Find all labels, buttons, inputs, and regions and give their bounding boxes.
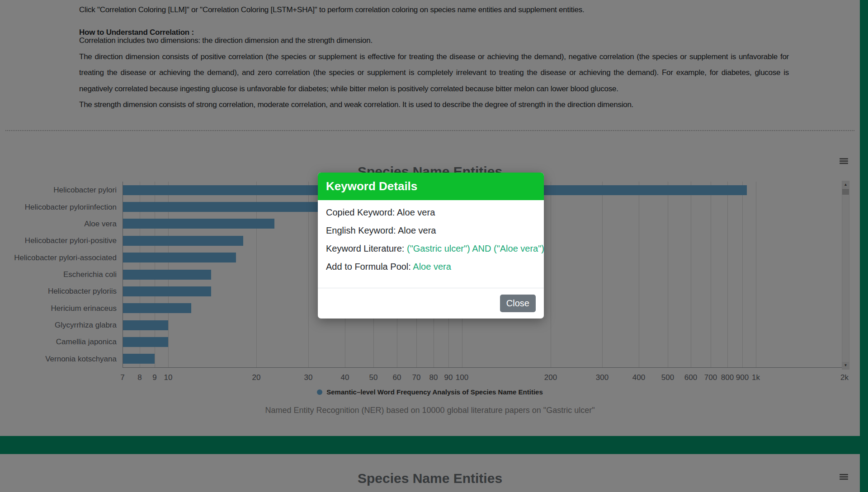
modal-body: Copied Keyword: Aloe vera English Keywor… <box>318 200 544 288</box>
copied-keyword-value: Aloe vera <box>397 207 435 217</box>
close-button[interactable]: Close <box>500 295 536 312</box>
english-keyword-row: English Keyword: Aloe vera <box>326 225 536 236</box>
keyword-literature-row: Keyword Literature: ("Gastric ulcer") AN… <box>326 243 536 254</box>
modal-footer: Close <box>318 288 544 319</box>
modal-header: Keyword Details <box>318 173 544 200</box>
english-keyword-value: Aloe vera <box>398 225 436 235</box>
modal-title: Keyword Details <box>318 173 544 200</box>
keyword-literature-label: Keyword Literature: <box>326 244 407 253</box>
english-keyword-label: English Keyword: <box>326 225 398 235</box>
keyword-literature-link[interactable]: ("Gastric ulcer") AND ("Aloe vera") <box>407 244 544 253</box>
page: Click "Correlation Coloring [LLM]" or "C… <box>0 0 868 492</box>
copied-keyword-label: Copied Keyword: <box>326 207 397 217</box>
formula-pool-link[interactable]: Aloe vera <box>413 262 451 272</box>
copied-keyword-row: Copied Keyword: Aloe vera <box>326 206 536 218</box>
formula-pool-label: Add to Formula Pool: <box>326 262 413 272</box>
keyword-details-modal: Keyword Details Copied Keyword: Aloe ver… <box>318 173 544 319</box>
formula-pool-row: Add to Formula Pool: Aloe vera <box>326 261 536 272</box>
